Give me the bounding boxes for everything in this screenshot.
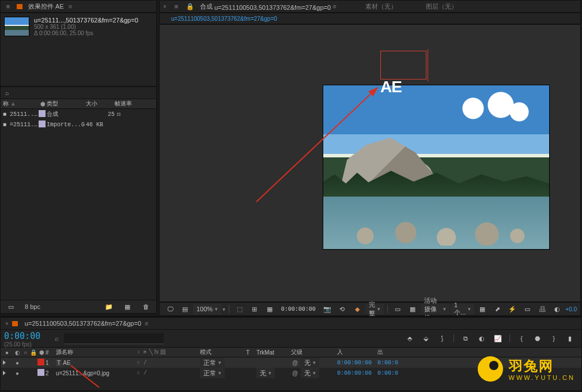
toggle-pixel-button[interactable]: ▤ — [178, 304, 192, 314]
zoom-dropdown[interactable]: 100% — [193, 304, 221, 314]
resolution-half-button[interactable]: ⬚ — [233, 304, 247, 314]
fast-preview-button[interactable]: ⚡ — [505, 304, 519, 314]
text-layer-bounding-box[interactable] — [380, 51, 426, 80]
layer-switches[interactable]: ♀ / — [137, 360, 200, 366]
layer-label-swatch[interactable] — [37, 369, 44, 376]
col-switches[interactable]: ♀ ☀ ╲ fx 圓 — [137, 348, 200, 356]
solo-column-icon[interactable]: ○ — [21, 348, 29, 356]
viewer-tab-composition[interactable]: 合成 u=2511100503,501373762&fm=27&gp=0 ≡ — [200, 2, 337, 11]
timeline-search-input[interactable] — [64, 333, 164, 344]
parent-dropdown[interactable]: 无 — [301, 368, 319, 378]
menu-icon[interactable]: ≡ — [4, 2, 12, 10]
viewer-tab-footage[interactable]: 素材（无） — [365, 2, 397, 11]
project-item-row[interactable]: ■ =25111....jpg Importe...G 46 KB — [1, 119, 156, 130]
tab-menu-icon[interactable]: ≡ — [172, 2, 180, 10]
col-number[interactable]: # — [46, 349, 56, 356]
reset-exposure-button[interactable]: ◐ — [550, 304, 564, 314]
safe-zones-button[interactable]: ⊞ — [248, 304, 262, 314]
label-swatch[interactable] — [39, 110, 46, 117]
col-source-name[interactable]: 源名称 — [56, 348, 137, 356]
shy-toggle-button[interactable]: ⟆ — [435, 333, 449, 344]
comp-settings-icon[interactable]: ⚃ — [115, 110, 123, 118]
project-bpc-button[interactable]: 8 bpc — [22, 301, 43, 312]
layer-out-time[interactable]: 0:00:0 — [377, 370, 406, 376]
close-tab-icon[interactable]: × — [163, 3, 167, 10]
audio-column-icon[interactable]: ◐ — [13, 348, 21, 356]
search-icon[interactable]: ⌕ — [3, 89, 11, 97]
alpha-toggle-button[interactable]: 🖵 — [163, 304, 177, 314]
draft3d-button[interactable]: ⬙ — [419, 333, 433, 344]
new-bin-button[interactable]: 📁 — [102, 301, 116, 312]
label-swatch[interactable] — [39, 120, 46, 127]
viewer-timecode[interactable]: 0:00:00:00 — [281, 306, 316, 312]
effect-controls-tab[interactable]: 效果控件 AE — [28, 2, 64, 11]
pickwhip-icon[interactable]: @ — [291, 369, 299, 377]
brace-close-icon[interactable]: } — [547, 333, 561, 344]
timeline-panel-menu-icon[interactable]: ≡ — [145, 320, 148, 327]
twirl-icon[interactable] — [3, 371, 6, 375]
frame-blend-button[interactable]: ⧉ — [459, 333, 473, 344]
comp-mini-flowchart-button[interactable]: ⬘ — [403, 333, 417, 344]
graph-editor-button[interactable]: 📈 — [491, 333, 505, 344]
timeline-current-time[interactable]: 0:00:00 — [4, 331, 49, 341]
panel-menu-icon[interactable]: ≡ — [69, 3, 72, 10]
timeline-tab[interactable]: u=2511100503,501373762&fm=27&gp=0 — [25, 320, 141, 327]
timeline-search-icon[interactable]: ⌕ — [52, 334, 61, 342]
label-column-icon[interactable]: ⬢ — [37, 348, 46, 356]
interpret-footage-button[interactable]: ▭ — [4, 301, 18, 312]
col-type[interactable]: 类型 — [47, 100, 86, 108]
views-dropdown[interactable]: 1 个... — [451, 304, 474, 314]
col-trkmat-t[interactable]: T — [246, 349, 256, 356]
snapshot-button[interactable]: 📷 — [320, 304, 334, 314]
col-size[interactable]: 大小 — [86, 100, 115, 108]
region-button[interactable]: ▭ — [391, 304, 405, 314]
resolution-dropdown[interactable]: 完整 — [365, 304, 384, 314]
col-in[interactable]: 入 — [337, 348, 377, 356]
timeline-button[interactable]: ▭ — [520, 304, 534, 314]
eye-column-icon[interactable]: ● — [3, 348, 11, 356]
motion-blur-button[interactable]: ◐ — [475, 333, 489, 344]
marker-button[interactable]: ▮ — [563, 333, 577, 344]
grid-button[interactable]: ▦ — [263, 304, 277, 314]
comp-flowchart-button[interactable]: 品 — [535, 304, 549, 314]
snap-button[interactable]: ⬣ — [531, 333, 545, 344]
parent-dropdown[interactable]: 无 — [301, 357, 319, 368]
lock-column-icon[interactable]: 🔒 — [29, 348, 37, 356]
transparency-grid-button[interactable]: ▩ — [406, 304, 420, 314]
view-layout-button[interactable]: ▦ — [475, 304, 489, 314]
new-comp-button[interactable]: ▦ — [120, 301, 134, 312]
visibility-toggle[interactable]: ● — [13, 369, 21, 377]
brace-open-icon[interactable]: { — [515, 333, 528, 344]
col-fps[interactable]: 帧速率 — [115, 100, 143, 108]
show-snapshot-button[interactable]: ⟲ — [335, 304, 349, 314]
project-item-thumbnail[interactable] — [4, 17, 29, 36]
text-layer-content[interactable]: AE — [380, 78, 402, 96]
composition-canvas[interactable] — [323, 85, 550, 250]
layer-label-swatch[interactable] — [37, 359, 44, 365]
layer-name[interactable]: u=25111...&gp=0.jpg — [56, 370, 109, 376]
layer-switches[interactable]: ♀ / — [137, 370, 200, 376]
twirl-icon[interactable] — [3, 360, 6, 365]
layer-in-time[interactable]: 0:00:00:00 — [337, 360, 377, 366]
blend-mode-dropdown[interactable]: 正常 — [200, 368, 225, 378]
exposure-value[interactable]: +0.0 — [565, 306, 577, 312]
project-item-row[interactable]: ■ 25111...=0 合成 25 ⚃ — [1, 109, 156, 119]
pickwhip-icon[interactable]: @ — [291, 359, 299, 367]
visibility-toggle[interactable]: ● — [13, 359, 21, 367]
layer-in-time[interactable]: 0:00:00:00 — [337, 370, 377, 376]
col-mode[interactable]: 模式 — [200, 348, 246, 356]
lock-icon[interactable]: 🔒 — [186, 2, 194, 10]
channels-button[interactable]: ◆ — [350, 304, 364, 314]
blend-mode-dropdown[interactable]: 正常 — [200, 357, 225, 368]
trkmat-dropdown[interactable]: 无 — [256, 368, 275, 378]
layer-out-time[interactable]: 0:00:0 — [377, 360, 406, 366]
col-out[interactable]: 出 — [377, 348, 406, 356]
project-search-input[interactable] — [11, 88, 154, 98]
active-camera-dropdown[interactable]: 活动摄像机 — [421, 304, 449, 314]
viewer-tab-layer[interactable]: 图层（无） — [426, 2, 458, 11]
project-columns-header[interactable]: 称 ▲ ⬢ 类型 大小 帧速率 — [1, 99, 156, 109]
layer-name[interactable]: AE — [63, 360, 70, 366]
flowchart-path[interactable]: u=2511100503,501373762&fm=27&gp=0 — [171, 16, 277, 22]
col-trkmat[interactable]: TrkMat — [256, 349, 291, 356]
delete-button[interactable]: 🗑 — [139, 301, 153, 312]
